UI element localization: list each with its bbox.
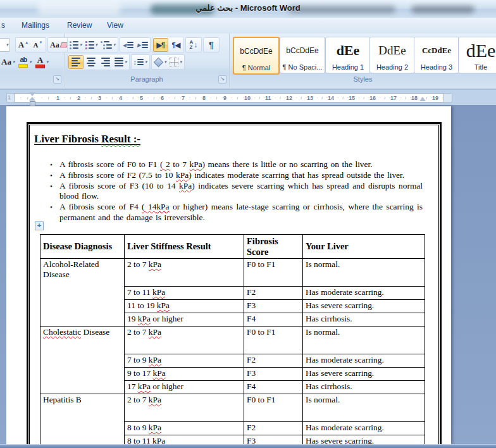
table-header-cell[interactable]: Fibrosis Score [244, 235, 303, 259]
table-cell[interactable]: Has severe scarring. [303, 435, 425, 445]
ruler-unit: 12·ı· [286, 94, 307, 102]
justify-button[interactable]: ▾ [113, 56, 128, 68]
right-indent-marker[interactable] [419, 97, 426, 101]
style-title[interactable]: dEeTitle [458, 37, 496, 73]
multilevel-list-button[interactable]: ▾ [99, 39, 117, 51]
table-cell[interactable]: 19 kPa or higher [125, 313, 244, 327]
table-cell[interactable]: Is normal. [303, 259, 425, 287]
table-cell[interactable]: F0 to F1 [244, 259, 303, 287]
style-normal[interactable]: bCcDdEe¶ Normal [233, 37, 280, 75]
doc-heading[interactable]: Liver Fibrosis Result :- [34, 133, 140, 146]
font-dialog-launcher[interactable]: ↘ [53, 75, 61, 84]
ruler-unit: ·ı· [35, 94, 56, 102]
table-cell[interactable]: F2 [244, 354, 303, 368]
bullet-text[interactable]: A fibrosis score of F3 (10 to 14 kPa) in… [59, 181, 423, 202]
style-h2[interactable]: DdEeHeading 2 [369, 37, 415, 73]
style-h1[interactable]: dEeHeading 1 [325, 37, 371, 73]
table-cell[interactable]: 2 to 7 kPa [125, 394, 244, 422]
table-cell[interactable]: Is normal. [303, 327, 425, 354]
table-cell[interactable]: 2 to 7 kPa [125, 259, 244, 287]
table-cell[interactable]: Is normal. [303, 394, 425, 422]
increase-indent-button[interactable]: ▶ [135, 39, 149, 51]
bullet-item[interactable]: •A fibrosis score of F4 ( 14kPa or highe… [43, 202, 423, 223]
table-row: Cholestatic Disease2 to 7 kPaF0 to F1Is … [40, 327, 425, 354]
table-cell[interactable]: Has cirrhosis. [303, 313, 425, 327]
horizontal-ruler[interactable]: 1 ·ı··ı·1·ı·2·ı·3·ı·4·ı·5·ı·6·ı·7·ı·8·ı·… [0, 90, 496, 105]
table-cell[interactable]: F2 [244, 287, 303, 300]
align-left-button[interactable] [68, 55, 84, 69]
doc-table[interactable]: Disease DiagnosisLiver Stiffness ResultF… [40, 234, 425, 444]
tab-view[interactable]: View [107, 21, 123, 30]
table-cell[interactable]: 7 to 9 kPa [125, 354, 244, 368]
ruler-bar[interactable]: ·ı··ı·1·ı·2·ı·3·ı·4·ı·5·ı·6·ı·7·ı·8·ı·9·… [14, 93, 444, 103]
font-size-combo[interactable]: ▾ [0, 38, 10, 52]
table-cell[interactable]: F2 [244, 422, 303, 435]
table-cell[interactable]: F0 to F1 [244, 394, 303, 422]
bullet-text[interactable]: A fibrosis score of F0 to F1 ( 2 to 7 kP… [59, 159, 423, 170]
numbering-button[interactable]: ▾ [84, 39, 99, 51]
decrease-indent-button[interactable]: ◀ [121, 39, 135, 51]
disease-cell[interactable]: Alcohol-Related Disease [40, 259, 125, 327]
ruler-unit: 6·ı· [161, 94, 182, 102]
table-cell[interactable]: 7 to 11 kPa [125, 287, 244, 300]
align-center-button[interactable] [84, 56, 98, 68]
bullet-text[interactable]: A fibrosis score of F2 (7.5 to 10 kPa) i… [59, 170, 423, 181]
table-cell[interactable]: Has moderate scarring. [303, 422, 425, 435]
bullet-item[interactable]: •A fibrosis score of F3 (10 to 14 kPa) i… [43, 181, 423, 202]
table-cell[interactable]: Has cirrhosis. [303, 381, 425, 394]
table-cell[interactable]: 8 to 9 kPa [125, 422, 244, 435]
table-header-cell[interactable]: Disease Diagnosis [40, 235, 125, 259]
table-cell[interactable]: 8 to 11 kPa [125, 435, 244, 445]
font-color-button[interactable]: A▾ [34, 56, 50, 68]
style-h3[interactable]: CcDdEeHeading 3 [414, 37, 459, 73]
bullets-button[interactable]: ▾ [68, 39, 84, 51]
hanging-indent-marker[interactable] [29, 97, 35, 101]
table-cell[interactable]: F4 [244, 381, 303, 394]
table-cell[interactable]: Has moderate scarring. [303, 287, 425, 300]
borders-button[interactable]: ▾ [168, 56, 183, 68]
paragraph-dialog-launcher[interactable]: ↘ [218, 75, 226, 84]
show-formatting-button[interactable]: ¶ [204, 39, 218, 51]
table-header-cell[interactable]: Liver Stiffness Result [125, 235, 244, 259]
table-cell[interactable]: F0 to F1 [244, 327, 303, 354]
disease-cell[interactable]: Hepatitis B [40, 394, 125, 445]
change-case-button[interactable]: Aa▾ [0, 56, 16, 68]
table-move-handle[interactable]: + [35, 221, 44, 230]
table-cell[interactable]: Has severe scarring. [303, 368, 425, 381]
bullet-list: •A fibrosis score of F0 to F1 ( 2 to 7 k… [43, 159, 423, 223]
table-cell[interactable]: F3 [244, 300, 303, 313]
bullet-text[interactable]: A fibrosis score of F4 ( 14kPa or higher… [59, 202, 423, 223]
window-title: بحث علمي - Microsoft Word [0, 3, 496, 13]
rtl-direction-button[interactable]: ¶◀ [169, 39, 183, 51]
line-spacing-button[interactable]: ↕▾ [132, 56, 149, 68]
shading-button[interactable]: ▾ [152, 56, 168, 68]
ltr-direction-button[interactable]: ▶¶ [153, 38, 168, 52]
bullet-item[interactable]: •A fibrosis score of F2 (7.5 to 10 kPa) … [43, 170, 423, 181]
table-cell[interactable]: 9 to 17 kPa [125, 368, 244, 381]
document-page[interactable]: Liver Fibrosis Result :- •A fibrosis sco… [6, 106, 451, 444]
style-nospace[interactable]: bCcDdEe¶ No Spaci... [280, 37, 325, 73]
table-cell[interactable]: 2 to 7 kPa [125, 327, 244, 354]
table-cell[interactable]: F3 [244, 435, 303, 445]
first-line-indent-marker[interactable] [29, 92, 35, 96]
table-cell[interactable]: F4 [244, 313, 303, 327]
tab-partial[interactable]: s [1, 21, 5, 30]
shrink-font-button[interactable]: A▼ [31, 39, 45, 51]
window-titlebar[interactable]: بحث علمي - Microsoft Word [0, 0, 496, 18]
tab-review[interactable]: Review [67, 21, 92, 30]
table-cell[interactable]: Has moderate scarring. [303, 354, 425, 368]
left-indent-marker[interactable] [30, 101, 35, 106]
sort-button[interactable]: AZ↓ [187, 39, 201, 51]
text-highlight-button[interactable]: ab▾ [17, 56, 33, 68]
disease-cell[interactable]: Cholestatic Disease [40, 327, 125, 394]
align-center-icon [87, 58, 96, 66]
bullet-item[interactable]: •A fibrosis score of F0 to F1 ( 2 to 7 k… [43, 159, 423, 170]
align-right-button[interactable] [99, 56, 113, 68]
table-cell[interactable]: 11 to 19 kPa [125, 300, 244, 313]
grow-font-button[interactable]: A▲ [16, 39, 30, 51]
table-header-cell[interactable]: Your Liver [303, 235, 425, 259]
table-cell[interactable]: F3 [244, 368, 303, 381]
table-cell[interactable]: 17 kPa or higher [125, 381, 244, 394]
tab-mailings[interactable]: Mailings [22, 21, 49, 30]
table-cell[interactable]: Has severe scarring. [303, 300, 425, 313]
